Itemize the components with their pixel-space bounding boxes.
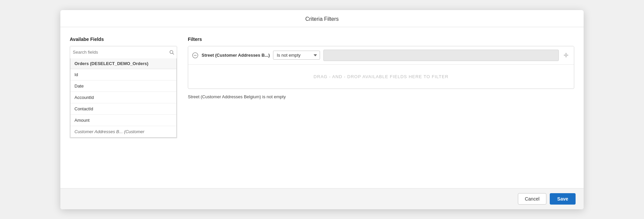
right-panel: Filters Street (Customer Addresses B...)… <box>188 37 574 181</box>
search-button[interactable] <box>169 50 174 55</box>
list-item[interactable]: Date <box>70 80 176 92</box>
filter-operator-select[interactable]: Is not empty Is empty Contains Does not … <box>273 51 320 60</box>
filters-title: Filters <box>188 37 574 42</box>
filter-field-label: Street (Customer Addresses B...) <box>202 53 270 58</box>
list-item-partial[interactable]: Customer Addresses B... (Customer <box>70 126 176 138</box>
modal-body: Availabe Fields Orders (DESELECT_DEMO_Or… <box>60 27 584 188</box>
modal-title: Criteria Filters <box>305 16 339 22</box>
list-item[interactable]: Id <box>70 69 176 80</box>
remove-icon <box>192 52 198 58</box>
filter-row: Street (Customer Addresses B...) Is not … <box>188 46 574 65</box>
list-item[interactable]: ContactId <box>70 103 176 115</box>
list-item[interactable]: Amount <box>70 115 176 126</box>
filter-value-input[interactable] <box>323 50 559 61</box>
search-input[interactable] <box>73 50 169 55</box>
search-box-wrapper: Orders (DESELECT_DEMO_Orders) Id Date Ac… <box>70 46 177 138</box>
svg-line-1 <box>173 53 174 54</box>
filter-remove-button[interactable] <box>192 52 198 58</box>
field-list: Orders (DESELECT_DEMO_Orders) Id Date Ac… <box>70 58 177 138</box>
filters-area: Street (Customer Addresses B...) Is not … <box>188 46 574 89</box>
search-icon <box>169 50 174 55</box>
modal-footer: Cancel Save <box>60 188 584 209</box>
save-button[interactable]: Save <box>550 193 576 205</box>
cancel-button[interactable]: Cancel <box>518 193 547 205</box>
criteria-filters-modal: Criteria Filters Availabe Fields Order <box>60 10 584 209</box>
field-group-label: Orders (DESELECT_DEMO_Orders) <box>70 58 176 69</box>
drop-zone-text: DRAG - AND - DROP AVAILABLE FIELDS HERE … <box>314 74 448 79</box>
filter-summary: Street (Customer Addresses Belgium) is n… <box>188 94 574 99</box>
list-item[interactable]: AccountId <box>70 92 176 103</box>
drop-zone: DRAG - AND - DROP AVAILABLE FIELDS HERE … <box>188 65 574 89</box>
left-panel: Availabe Fields Orders (DESELECT_DEMO_Or… <box>70 37 177 181</box>
modal-header: Criteria Filters <box>60 10 584 27</box>
available-fields-title: Availabe Fields <box>70 37 177 42</box>
drag-handle-icon[interactable]: ✛ <box>562 52 570 59</box>
search-box <box>70 46 177 58</box>
